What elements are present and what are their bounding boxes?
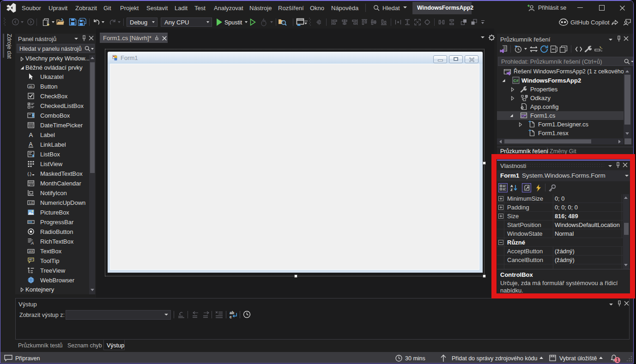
svg-text:C#: C# — [514, 78, 519, 83]
svg-text:12: 12 — [29, 201, 32, 205]
svg-text:A: A — [29, 141, 33, 148]
svg-text:ab: ab — [29, 85, 33, 88]
svg-text:c: c — [230, 315, 232, 319]
svg-text:A: A — [30, 241, 34, 245]
svg-text:(.): (.) — [28, 172, 32, 176]
svg-text:A: A — [29, 131, 33, 138]
svg-text:ab: ab — [29, 250, 32, 253]
